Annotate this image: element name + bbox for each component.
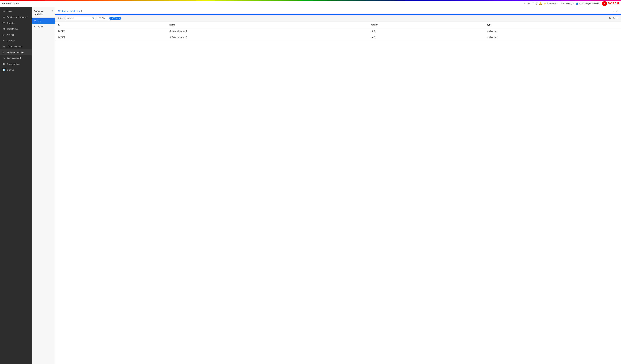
subpanel-icon-list: ☰ xyxy=(34,20,36,22)
cell-name-1: Software module 3 xyxy=(166,34,368,40)
col-header-id: ID xyxy=(55,22,166,28)
sidebar-label-services: Services and features xyxy=(7,16,27,18)
sidebar-icon-software-modules: ⊡ xyxy=(2,51,5,54)
toolbar: 2 items 🔍 ⧨ Filter by Type × ↻ ⚙ + xyxy=(55,15,621,22)
phone-icon[interactable]: ✆ xyxy=(528,2,530,5)
app-title: Bosch IoT Suite xyxy=(2,2,19,5)
top-bar-right: ⤢ ✆ ⧉ § 🔔 📁 Subscription 🖥 IoT Manager 👤… xyxy=(524,1,619,6)
top-bar-left: Bosch IoT Suite xyxy=(2,2,19,5)
sub-panel-item-list[interactable]: ☰List xyxy=(32,18,55,24)
sidebar: ⌂Home◈Services and features◎Targets⋈Targ… xyxy=(0,7,32,364)
sidebar-item-rollouts[interactable]: ↻Rollouts xyxy=(0,38,32,44)
table-row[interactable]: 247495Software Module 11.0.0application xyxy=(55,28,621,34)
add-button[interactable]: + xyxy=(617,17,618,19)
sidebar-icon-configuration: ⚙ xyxy=(2,63,5,65)
share-icon[interactable]: ⤢ xyxy=(524,2,526,5)
subscription-label: Subscription xyxy=(547,2,558,5)
sidebar-item-software-modules[interactable]: ⊡Software modules xyxy=(0,49,32,55)
sidebar-item-home[interactable]: ⌂Home xyxy=(0,8,32,14)
iot-manager-label: IoT Manager xyxy=(563,2,574,5)
user-icon: 👤 xyxy=(576,2,578,5)
bosch-circle: B xyxy=(602,1,607,6)
cell-version-0: 1.0.0 xyxy=(368,28,484,34)
search-icon: 🔍 xyxy=(92,17,95,19)
search-input[interactable] xyxy=(67,17,91,19)
filter-button[interactable]: ⧨ Filter xyxy=(98,16,108,20)
minimize-icon[interactable]: − xyxy=(613,10,615,13)
sidebar-item-quotas[interactable]: 📊Quotas xyxy=(0,67,32,73)
sidebar-label-quotas: Quotas xyxy=(7,69,14,71)
sidebar-icon-rollouts: ↻ xyxy=(2,39,5,42)
sub-panel-header: Software modules × xyxy=(32,7,55,17)
bosch-text: BOSCH xyxy=(608,2,619,5)
filter-tag-close-button[interactable]: × xyxy=(119,17,120,19)
subscription-icon: 📁 xyxy=(544,2,547,5)
cell-type-1: application xyxy=(484,34,621,40)
data-table: IDNameVersionType 247495Software Module … xyxy=(55,22,621,364)
col-header-type: Type xyxy=(484,22,621,28)
top-gradient xyxy=(0,0,621,0)
cell-type-0: application xyxy=(484,28,621,34)
cell-version-1: 1.0.0 xyxy=(368,34,484,40)
content-title-row: Software modules ℹ xyxy=(58,10,82,14)
dollar-icon[interactable]: § xyxy=(535,2,537,5)
sidebar-icon-distribution-sets: ⊞ xyxy=(2,45,5,48)
iot-manager-icon: 🖥 xyxy=(560,2,562,5)
col-header-name: Name xyxy=(166,22,368,28)
settings-button[interactable]: ⚙ xyxy=(613,17,615,20)
table-body: 247495Software Module 11.0.0application2… xyxy=(55,28,621,40)
filter-button-label: Filter xyxy=(102,17,106,19)
sidebar-label-distribution-sets: Distribution sets xyxy=(7,45,22,48)
filter-icon: ⧨ xyxy=(99,17,101,19)
sub-panel-nav: ☰List⬡Types xyxy=(32,17,55,30)
sub-panel-title: Software modules xyxy=(34,10,52,16)
sidebar-label-software-modules: Software modules xyxy=(7,51,24,54)
sidebar-label-target-filters: Target filters xyxy=(7,28,18,30)
expand-icon[interactable]: ⤢ xyxy=(616,10,618,13)
table-row[interactable]: 247497Software module 31.0.0application xyxy=(55,34,621,40)
sidebar-icon-services: ◈ xyxy=(2,16,5,18)
sub-panel-item-types[interactable]: ⬡Types xyxy=(32,24,55,29)
window-icon[interactable]: ⧉ xyxy=(532,2,534,5)
table-header: IDNameVersionType xyxy=(55,22,621,28)
sidebar-item-target-filters[interactable]: ⋈Target filters xyxy=(0,26,32,32)
active-filter-tag: by Type × xyxy=(109,16,121,20)
table-header-row: IDNameVersionType xyxy=(55,22,621,28)
sidebar-icon-quotas: 📊 xyxy=(2,68,5,71)
sub-panel-close-button[interactable]: × xyxy=(52,10,53,12)
subpanel-label-list: List xyxy=(38,20,41,22)
subpanel-label-types: Types xyxy=(38,25,43,28)
sidebar-icon-actions: ▷ xyxy=(2,33,5,36)
cell-id-1: 247497 xyxy=(55,34,166,40)
sidebar-icon-home: ⌂ xyxy=(2,10,5,13)
bell-icon[interactable]: 🔔 xyxy=(539,2,542,5)
sidebar-nav: ⌂Home◈Services and features◎Targets⋈Targ… xyxy=(0,7,32,74)
sidebar-label-rollouts: Rollouts xyxy=(7,40,15,42)
refresh-button[interactable]: ↻ xyxy=(609,17,611,20)
items-count: 2 items xyxy=(58,17,65,19)
subscription-item[interactable]: 📁 Subscription xyxy=(544,2,558,5)
col-header-version: Version xyxy=(368,22,484,28)
info-icon[interactable]: ℹ xyxy=(81,10,82,13)
sub-panel: Software modules × ☰List⬡Types xyxy=(32,7,55,364)
cell-id-0: 247495 xyxy=(55,28,166,34)
search-box: 🔍 xyxy=(66,16,96,20)
content-header: Software modules ℹ − ⤢ xyxy=(55,7,621,15)
sidebar-item-configuration[interactable]: ⚙Configuration xyxy=(0,61,32,67)
user-item[interactable]: 👤 John.Doe@domain.com xyxy=(576,2,600,5)
content-area: Software modules ℹ − ⤢ 2 items 🔍 ⧨ Filte… xyxy=(55,7,621,364)
content-header-actions: − ⤢ xyxy=(613,10,618,14)
iot-manager-item[interactable]: 🖥 IoT Manager xyxy=(560,2,574,5)
bosch-abbr: B xyxy=(604,3,605,4)
sidebar-label-actions: Actions xyxy=(7,34,14,36)
cell-name-0: Software Module 1 xyxy=(166,28,368,34)
sidebar-item-access-control[interactable]: ☺Access control xyxy=(0,55,32,61)
sidebar-item-targets[interactable]: ◎Targets xyxy=(0,20,32,26)
sidebar-item-distribution-sets[interactable]: ⊞Distribution sets xyxy=(0,44,32,49)
sidebar-label-configuration: Configuration xyxy=(7,63,19,65)
main-layout: ⌂Home◈Services and features◎Targets⋈Targ… xyxy=(0,7,621,364)
sidebar-item-actions[interactable]: ▷Actions xyxy=(0,32,32,38)
sidebar-item-services[interactable]: ◈Services and features xyxy=(0,14,32,20)
content-title: Software modules xyxy=(58,10,80,13)
software-modules-table: IDNameVersionType 247495Software Module … xyxy=(55,22,621,40)
